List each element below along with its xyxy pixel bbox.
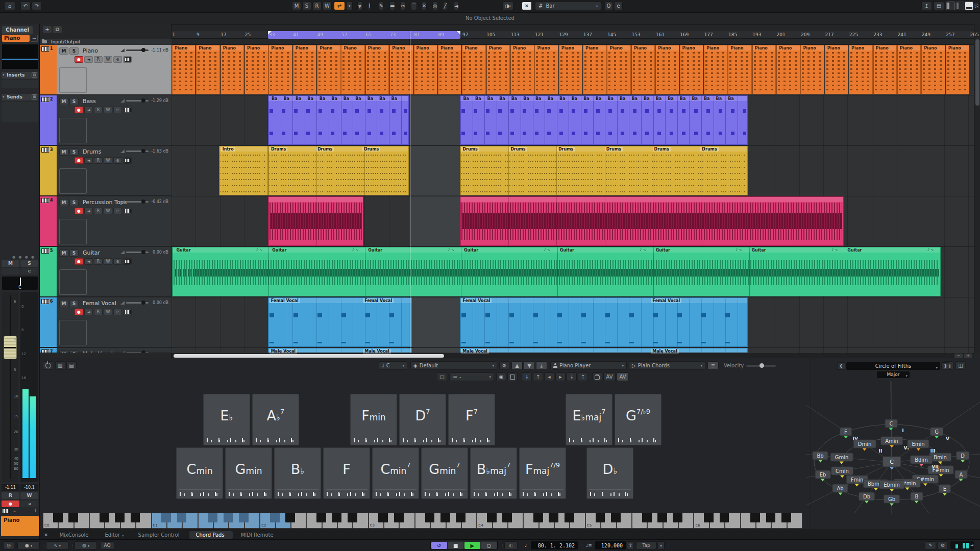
track-volume-slider[interactable] — [126, 252, 149, 253]
chord-pad[interactable]: F7 — [448, 394, 495, 445]
play-button[interactable]: ▶ — [464, 542, 480, 549]
range-selection-tool[interactable]: I — [368, 2, 371, 10]
chord-node[interactable]: Dmin II — [853, 440, 876, 448]
piano-key-black[interactable] — [332, 513, 341, 522]
piano-key-black[interactable] — [596, 513, 605, 522]
erase-tool[interactable]: ▬ — [389, 2, 395, 10]
track-monitor-button[interactable]: ◄ — [84, 56, 93, 63]
midi-clip-piano[interactable]: Piano — [196, 45, 220, 94]
channel-record-enable[interactable]: ● — [2, 500, 19, 507]
piano-key-black[interactable] — [394, 513, 404, 522]
piano-key-black[interactable] — [316, 513, 326, 522]
midi-clip-drums[interactable]: Intro — [219, 146, 268, 195]
acoustic-feedback-button[interactable]: ◎ — [3, 541, 14, 549]
inserts-section-header[interactable]: ▾Inserts⊟ — [2, 72, 38, 79]
track-color-strip[interactable]: 7 — [40, 348, 57, 353]
settings-gear-button[interactable]: ⚙ — [499, 361, 509, 370]
inserts-slot[interactable] — [2, 80, 38, 88]
midi-clip-piano[interactable]: Piano — [244, 45, 268, 94]
midi-clip-piano[interactable]: Piano — [534, 45, 558, 94]
lower-zone-tab[interactable]: MIDI Remote — [235, 531, 282, 539]
track-write-button[interactable]: W — [104, 208, 112, 214]
channel-blank-button[interactable] — [2, 268, 19, 274]
midi-clip-piano[interactable]: Piano — [438, 45, 462, 94]
track-record-button[interactable]: ● — [75, 258, 83, 265]
piano-key-black[interactable] — [285, 513, 295, 522]
track-read-button[interactable]: R — [94, 56, 103, 63]
midi-clip-piano[interactable]: Piano — [510, 45, 534, 94]
track-read-button[interactable]: R — [94, 208, 103, 214]
play-tool[interactable]: ◄ — [454, 2, 459, 10]
piano-key-black[interactable] — [720, 513, 729, 522]
track-preview-box[interactable] — [59, 118, 87, 143]
track-read-button[interactable]: R — [94, 258, 103, 265]
sends-bypass-icon[interactable]: ⊞ — [32, 94, 37, 99]
pads-view-button[interactable]: ▥ — [55, 361, 65, 370]
piano-key-black[interactable] — [657, 513, 667, 522]
velocity-slider[interactable] — [746, 365, 776, 367]
track-mute-button[interactable]: M — [59, 199, 68, 206]
chord-pads-power-button[interactable] — [43, 361, 53, 370]
chord-node[interactable]: C I — [885, 419, 898, 428]
mixer-button[interactable]: ▤ — [934, 2, 944, 10]
chord-pad[interactable]: G7/♭9 — [615, 394, 662, 445]
chord-pad[interactable]: B♭ — [274, 447, 321, 499]
lower-zone-tab[interactable]: Sampler Control — [132, 531, 188, 539]
piano-key-black[interactable] — [487, 513, 497, 522]
piano-key-black[interactable] — [270, 513, 280, 522]
track-record-button[interactable]: ● — [75, 56, 83, 63]
chord-pad[interactable]: Fmin — [350, 394, 397, 445]
setup-window-layout-button[interactable]: ⎘ — [974, 2, 979, 10]
adaptive-voicing-toggle[interactable]: AV — [603, 372, 616, 381]
track-record-button[interactable]: ● — [75, 107, 83, 113]
midi-record-mode-select[interactable]: ◍▾ — [75, 541, 97, 549]
audio-clip-percussion[interactable] — [409, 196, 460, 246]
piano-key-black[interactable] — [131, 513, 140, 522]
save-preset-button[interactable]: ⤓ — [536, 361, 547, 370]
object-selection-tool[interactable]: ➤ — [357, 2, 362, 10]
piano-key-black[interactable] — [378, 513, 388, 522]
midi-clip-piano[interactable]: Piano — [728, 45, 752, 94]
track-write-button[interactable]: W — [104, 157, 112, 164]
track-monitor-button[interactable]: ◄ — [84, 258, 93, 265]
midi-clip-female-vocal[interactable]: Femal VocalFemal Vocal — [460, 297, 748, 347]
track-name[interactable]: Male Vocal — [83, 350, 113, 353]
midi-clip-piano[interactable]: Piano — [220, 45, 244, 94]
midi-clip-piano[interactable]: Piano — [655, 45, 679, 94]
track-read-button[interactable]: R — [94, 107, 103, 113]
track-header[interactable]: 7 M S Male Vocal ● ◄ R W e — [40, 348, 172, 353]
midi-clip-piano[interactable]: Piano — [680, 45, 704, 94]
track-instrument-button[interactable] — [123, 157, 132, 164]
piano-key-black[interactable] — [425, 513, 435, 522]
panel-drag-dots[interactable]: ● ● ● ● — [12, 255, 35, 259]
quantize-panel-button[interactable]: e — [614, 2, 623, 10]
midi-clip-piano[interactable]: Piano — [414, 45, 438, 94]
track-name[interactable]: Drums — [83, 148, 101, 155]
scale-select[interactable]: Major▾ — [877, 371, 910, 378]
track-header[interactable]: 1 M S Piano -1.11 dB ● ◄ R W e — [40, 45, 172, 95]
chord-node[interactable]: Ebmin — [879, 481, 904, 489]
channel-output-icon[interactable]: → — [31, 35, 38, 42]
track-edit-button[interactable]: e — [113, 56, 122, 63]
track-volume-slider[interactable] — [126, 100, 149, 102]
track-volume-slider[interactable] — [126, 49, 149, 51]
volume-fader[interactable] — [2, 292, 18, 482]
piano-key-black[interactable] — [549, 513, 558, 522]
channel-tab[interactable]: Channel — [2, 26, 33, 34]
channel-read-button[interactable]: R — [2, 492, 19, 499]
shift-down-button[interactable]: ↓ — [522, 372, 532, 381]
chord-node[interactable]: Gb — [884, 495, 900, 504]
horizontal-scroll-thumb[interactable] — [174, 354, 444, 358]
track-write-button[interactable]: W — [104, 309, 112, 315]
track-color-strip[interactable]: 1 — [40, 45, 57, 94]
pan-control[interactable]: C — [2, 277, 38, 290]
chord-node[interactable]: Gmin — [830, 453, 853, 462]
chord-pad[interactable]: Cmin7 — [372, 447, 419, 499]
piano-key-black[interactable] — [161, 513, 171, 522]
channel-solo-button[interactable]: S — [20, 260, 38, 267]
midi-clip-piano[interactable]: Piano — [486, 45, 510, 94]
grid-type-select[interactable]: # Bar ▾ — [535, 2, 601, 10]
zoom-out-button[interactable]: − — [954, 354, 963, 358]
piano-key-black[interactable] — [673, 513, 682, 522]
piano-key-black[interactable] — [177, 513, 187, 522]
